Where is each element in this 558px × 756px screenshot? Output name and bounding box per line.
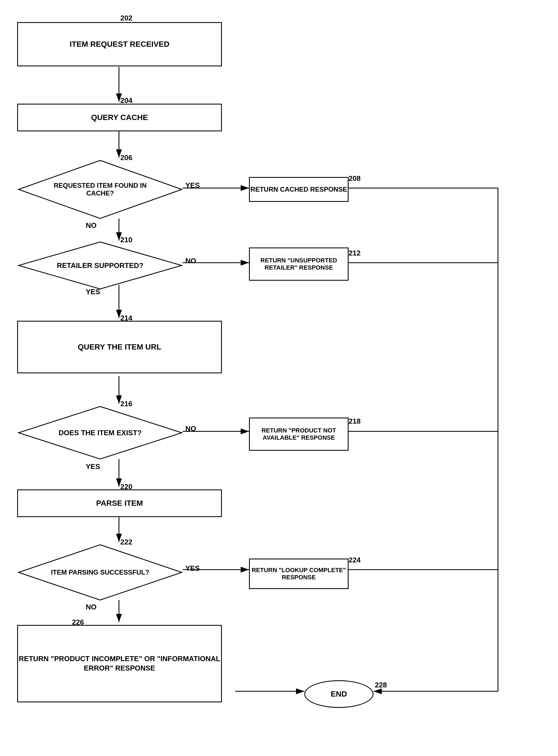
arrow-label-no-222: NO	[86, 603, 97, 611]
step-label-228: 228	[375, 681, 387, 689]
node-222: ITEM PARSING SUCCESSFUL?	[17, 543, 183, 601]
arrow-label-no-206: NO	[86, 221, 97, 230]
arrow-label-yes-216: YES	[86, 462, 100, 471]
arrow-label-no-210: NO	[185, 257, 196, 265]
node-220: PARSE ITEM	[17, 490, 222, 517]
step-label-208: 208	[349, 174, 360, 183]
step-label-202: 202	[120, 14, 132, 22]
node-206: REQUESTED ITEM FOUND IN CACHE?	[17, 159, 183, 220]
node-226: RETURN "PRODUCT INCOMPLETE" OR "INFORMAT…	[17, 625, 222, 702]
node-216: DOES THE ITEM EXIST?	[17, 405, 183, 461]
arrow-label-yes-206: YES	[185, 181, 200, 190]
arrow-label-yes-210: YES	[86, 288, 100, 296]
arrow-label-no-216: NO	[185, 424, 196, 433]
node-218: RETURN "PRODUCT NOT AVAILABLE" RESPONSE	[249, 418, 349, 451]
node-212: RETURN "UNSUPPORTED RETAILER" RESPONSE	[249, 247, 349, 281]
node-224: RETURN "LOOKUP COMPLETE" RESPONSE	[249, 558, 349, 589]
step-label-212: 212	[349, 249, 360, 257]
node-202: ITEM REQUEST RECEIVED	[17, 22, 222, 67]
node-210: RETAILER SUPPORTED?	[17, 240, 183, 290]
node-204: QUERY CACHE	[17, 104, 222, 131]
diagram-container: 202 ITEM REQUEST RECEIVED 204 QUERY CACH…	[0, 0, 558, 756]
step-label-218: 218	[349, 417, 360, 425]
node-228: END	[304, 680, 374, 708]
node-214: QUERY THE ITEM URL	[17, 321, 222, 373]
arrow-label-yes-222: YES	[185, 564, 200, 573]
step-label-224: 224	[349, 556, 360, 564]
node-208: RETURN CACHED RESPONSE	[249, 177, 349, 202]
